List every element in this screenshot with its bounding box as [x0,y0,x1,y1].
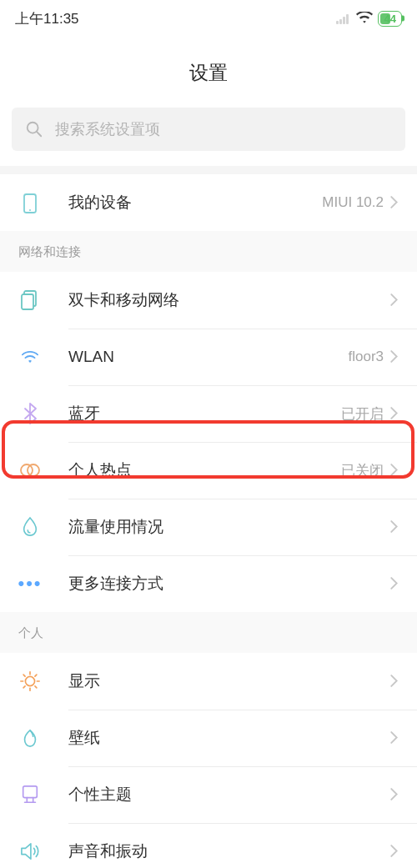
more-icon: ••• [18,572,42,595]
sim-icon [18,288,42,312]
row-more-connections[interactable]: ••• 更多连接方式 [0,555,417,612]
svg-rect-5 [22,294,33,309]
search-icon [25,120,43,138]
row-label: 个性主题 [68,784,390,805]
section-header-personal: 个人 [0,612,417,653]
row-bluetooth[interactable]: 蓝牙 已开启 [0,385,417,442]
svg-line-1 [37,132,41,136]
svg-line-15 [23,686,25,688]
row-label: WLAN [68,348,348,366]
row-label: 声音和振动 [68,840,390,862]
phone-icon [18,191,42,214]
row-value: MIUI 10.2 [322,194,384,211]
battery-indicator: 44 [378,11,402,27]
status-time: 上午11:35 [15,9,79,28]
row-label: 我的设备 [68,192,322,213]
search-bar[interactable] [12,108,405,151]
display-icon [18,670,42,693]
row-wallpaper[interactable]: 壁纸 [0,710,417,766]
row-label: 双卡和移动网络 [68,289,390,311]
row-label: 蓝牙 [68,403,341,424]
row-label: 流量使用情况 [68,516,390,538]
row-label: 显示 [68,670,390,692]
row-themes[interactable]: 个性主题 [0,766,417,823]
signal-icon [336,13,351,24]
hotspot-icon [18,459,42,482]
chevron-right-icon [390,731,399,745]
svg-point-8 [25,676,34,685]
svg-point-6 [21,464,33,476]
bluetooth-icon [18,402,42,425]
wifi-icon [356,12,373,25]
row-label: 壁纸 [68,727,390,749]
page-header: 设置 [0,37,417,104]
chevron-right-icon [390,520,399,534]
search-container [0,104,417,166]
chevron-right-icon [390,350,399,364]
row-wlan[interactable]: WLAN floor3 [0,329,417,385]
row-hotspot[interactable]: 个人热点 已关闭 [0,442,417,499]
sound-icon [18,840,42,863]
svg-line-13 [23,675,25,676]
svg-point-7 [28,464,39,476]
svg-line-16 [35,675,37,676]
status-bar: 上午11:35 44 [0,0,417,37]
chevron-right-icon [390,464,399,477]
wlan-icon [18,345,42,369]
svg-rect-17 [23,786,38,798]
chevron-right-icon [390,577,399,590]
status-indicators: 44 [336,11,402,27]
theme-icon [18,783,42,806]
page-title: 设置 [0,60,417,86]
row-value: floor3 [348,349,384,365]
row-data-usage[interactable]: 流量使用情况 [0,499,417,555]
row-sound[interactable]: 声音和振动 [0,823,417,868]
data-usage-icon [18,515,42,539]
row-label: 个人热点 [68,459,341,481]
row-value: 已开启 [341,404,384,424]
row-display[interactable]: 显示 [0,653,417,710]
chevron-right-icon [390,845,399,858]
svg-point-3 [29,209,31,211]
section-header-network: 网络和连接 [0,231,417,272]
chevron-right-icon [390,675,399,688]
chevron-right-icon [390,196,399,209]
chevron-right-icon [390,788,399,801]
row-my-device[interactable]: 我的设备 MIUI 10.2 [0,174,417,231]
wallpaper-icon [18,726,42,750]
row-value: 已关闭 [341,461,384,480]
chevron-right-icon [390,407,399,420]
row-label: 更多连接方式 [68,573,390,595]
chevron-right-icon [390,294,399,307]
search-input[interactable] [55,121,392,138]
row-sim-network[interactable]: 双卡和移动网络 [0,272,417,329]
svg-line-14 [35,686,37,688]
